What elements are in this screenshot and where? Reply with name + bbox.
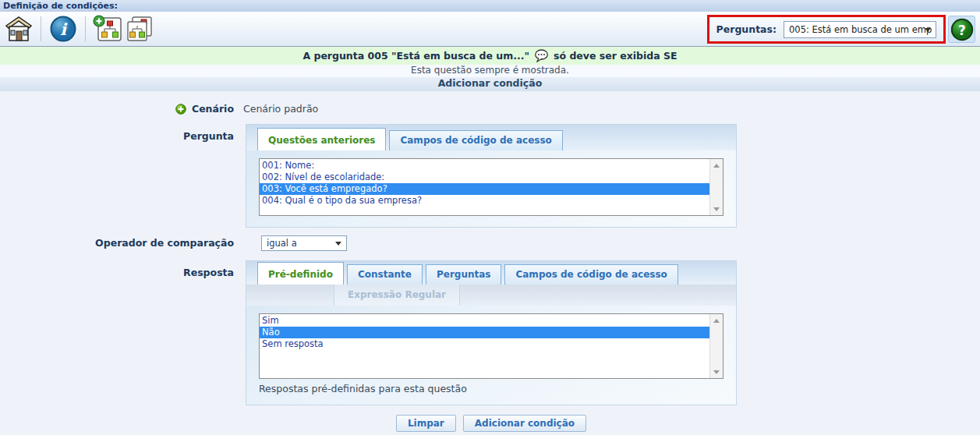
scrollbar[interactable] — [709, 314, 723, 378]
speech-bubble-icon[interactable] — [534, 49, 549, 62]
resposta-options: Sim Não Sem resposta — [260, 315, 709, 350]
tab-questoes-anteriores[interactable]: Questões anteriores — [257, 128, 386, 150]
form-buttons: Limpar Adicionar condição — [246, 415, 737, 432]
home-button[interactable] — [3, 13, 34, 44]
chevron-down-icon — [925, 28, 931, 32]
tab-perguntas[interactable]: Perguntas — [426, 264, 502, 285]
list-item[interactable]: Sem resposta — [260, 338, 709, 350]
predefined-answers-caption: Respostas pré-definidas para esta questã… — [259, 383, 724, 394]
page-title: Definição de condições: — [0, 0, 980, 12]
resposta-listbox[interactable]: Sim Não Sem resposta — [259, 313, 724, 379]
resposta-tabstrip: Pré-definido Constante Perguntas Campos … — [246, 261, 736, 285]
home-icon — [5, 16, 33, 42]
info-button[interactable]: i — [48, 13, 79, 44]
condition-banner-suffix: só deve ser exibida SE — [554, 50, 678, 62]
scrollbar[interactable] — [709, 159, 723, 215]
list-item[interactable]: 004: Qual é o tipo da sua empresa? — [260, 195, 709, 207]
section-header: Adicionar condição — [0, 77, 980, 91]
resposta-label-cell: Resposta — [0, 260, 234, 278]
add-condition-icon — [93, 15, 122, 43]
cenario-label: Cenário — [192, 103, 234, 115]
add-condition-form: Cenário Cenário padrão Pergunta Questões… — [0, 101, 980, 432]
svg-text:?: ? — [958, 23, 966, 38]
cenario-value: Cenário padrão — [243, 101, 318, 115]
operador-selected-value: igual a — [267, 238, 297, 249]
tab-campos-codigo-acesso-resposta[interactable]: Campos de código de acesso — [504, 264, 678, 285]
operador-select[interactable]: igual a — [261, 235, 347, 251]
operador-label: Operador de comparação — [95, 237, 234, 249]
list-item[interactable]: 002: Nível de escolaridade: — [260, 172, 709, 183]
copy-conditions-icon — [124, 15, 154, 43]
scroll-up-icon[interactable] — [710, 159, 723, 172]
add-scenario-icon[interactable] — [175, 104, 186, 115]
resposta-panel: Pré-definido Constante Perguntas Campos … — [246, 260, 737, 405]
tab-constante[interactable]: Constante — [347, 264, 423, 285]
list-item[interactable]: 001: Nome: — [260, 160, 709, 172]
cenario-label-cell: Cenário — [0, 101, 234, 115]
chevron-down-icon — [335, 242, 341, 246]
pergunta-row: Pergunta Questões anteriores Campos de c… — [0, 124, 980, 228]
tab-campos-codigo-acesso[interactable]: Campos de código de acesso — [389, 130, 562, 150]
perguntas-highlight-box: Perguntas: 005: Está em busca de um emp — [707, 15, 946, 44]
toolbar-separator — [41, 16, 41, 41]
resposta-label: Resposta — [183, 267, 234, 278]
pergunta-tabstrip: Questões anteriores Campos de código de … — [246, 125, 736, 150]
help-icon: ? — [950, 18, 974, 41]
cenario-row: Cenário Cenário padrão — [0, 101, 980, 117]
add-condition-tool-button[interactable] — [92, 13, 123, 44]
operador-label-cell: Operador de comparação — [0, 235, 234, 249]
scroll-down-icon[interactable] — [710, 366, 723, 378]
limpar-button[interactable]: Limpar — [396, 415, 456, 432]
toolbar-separator — [85, 16, 86, 41]
scroll-up-icon[interactable] — [710, 314, 723, 327]
scroll-down-icon[interactable] — [710, 203, 723, 215]
always-shown-note: Esta questão sempre é mostrada. — [0, 65, 980, 77]
operador-row: Operador de comparação igual a — [0, 235, 980, 251]
perguntas-select[interactable]: 005: Está em busca de um emp — [784, 21, 936, 38]
tab-expressao-regular: Expressão Regular — [334, 285, 460, 306]
pergunta-listbox[interactable]: 001: Nome: 002: Nível de escolaridade: 0… — [259, 158, 724, 216]
help-button[interactable]: ? — [948, 16, 975, 43]
list-item-selected[interactable]: Não — [260, 327, 709, 338]
tab-pre-definido[interactable]: Pré-definido — [257, 262, 344, 285]
info-icon: i — [49, 15, 77, 43]
resposta-row: Resposta Pré-definido Constante Pergunta… — [0, 260, 980, 405]
pergunta-options: 001: Nome: 002: Nível de escolaridade: 0… — [260, 160, 709, 207]
perguntas-selected-value: 005: Está em busca de um emp — [789, 24, 932, 35]
pergunta-label: Pergunta — [183, 130, 234, 142]
perguntas-label: Perguntas: — [716, 23, 777, 35]
condition-banner: A pergunta 005 "Está em busca de um..." … — [0, 47, 980, 65]
list-item-selected[interactable]: 003: Você está empregado? — [260, 183, 709, 195]
copy-conditions-tool-button[interactable] — [123, 13, 154, 44]
pergunta-panel: Questões anteriores Campos de código de … — [246, 124, 737, 228]
toolbar: i Perguntas: 005: Está em busca de um em… — [0, 12, 980, 47]
adicionar-condicao-button[interactable]: Adicionar condição — [463, 415, 586, 432]
pergunta-label-cell: Pergunta — [0, 124, 234, 142]
list-item[interactable]: Sim — [260, 315, 709, 327]
resposta-tabstrip-row2: Expressão Regular — [246, 285, 736, 306]
condition-banner-prefix: A pergunta 005 "Está em busca de um..." — [302, 50, 529, 62]
